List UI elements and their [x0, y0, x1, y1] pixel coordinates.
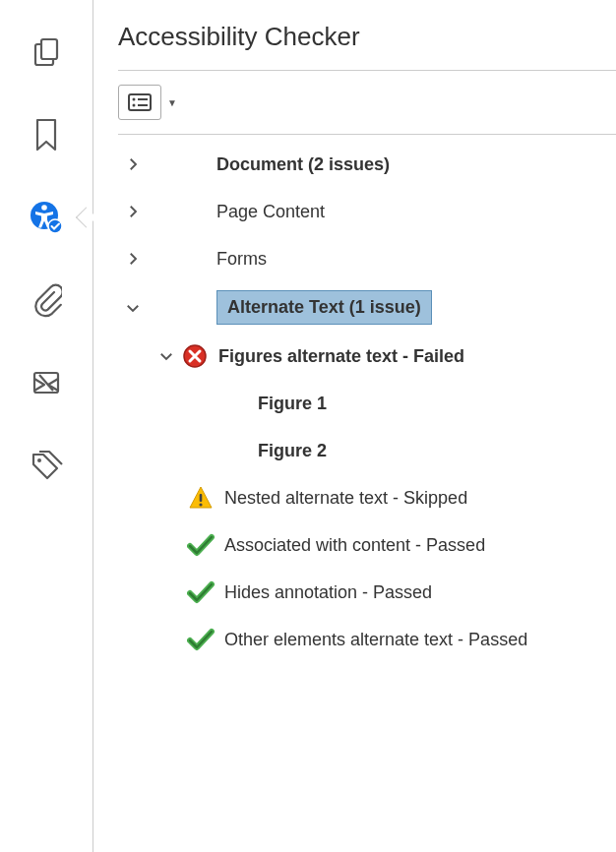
tree-label: Forms [216, 249, 267, 270]
tree-row-page-content[interactable]: Page Content [118, 188, 616, 235]
bookmark-icon[interactable] [29, 117, 64, 152]
tree-label: Other elements alternate text - Passed [224, 630, 527, 650]
svg-point-5 [37, 458, 41, 462]
svg-point-2 [41, 205, 47, 211]
tree-label: Figure 1 [258, 394, 327, 414]
tree-label: Hides annotation - Passed [224, 582, 432, 603]
accessibility-icon[interactable] [29, 200, 64, 235]
tree-label: Page Content [216, 202, 325, 222]
chevron-right-icon[interactable] [118, 203, 148, 220]
passed-icon [187, 626, 215, 653]
navigation-sidebar [0, 0, 93, 852]
dropdown-caret-icon[interactable]: ▼ [167, 97, 177, 108]
tree-label: Associated with content - Passed [224, 535, 485, 556]
svg-point-7 [133, 98, 136, 101]
chevron-right-icon[interactable] [118, 155, 148, 173]
options-button[interactable] [118, 85, 161, 120]
tree-row-associated-passed[interactable]: Associated with content - Passed [118, 521, 616, 569]
svg-point-13 [199, 503, 202, 506]
passed-icon [187, 578, 215, 606]
svg-point-3 [48, 219, 62, 233]
chevron-down-icon[interactable] [118, 299, 148, 317]
tree-row-hides-passed[interactable]: Hides annotation - Passed [118, 569, 616, 616]
tree-row-figures-failed[interactable]: Figures alternate text - Failed [118, 333, 616, 380]
tree-row-document[interactable]: Document (2 issues) [118, 141, 616, 188]
svg-rect-12 [200, 494, 203, 502]
svg-rect-6 [129, 94, 151, 110]
tree-label: Figures alternate text - Failed [218, 346, 464, 367]
signature-icon[interactable] [29, 365, 64, 400]
svg-point-9 [133, 104, 136, 107]
svg-rect-0 [41, 39, 57, 59]
tree-row-forms[interactable]: Forms [118, 235, 616, 282]
results-tree: Document (2 issues) Page Content Forms A… [118, 135, 616, 663]
failed-icon [181, 342, 209, 370]
tags-icon[interactable] [29, 448, 64, 483]
tree-row-figure-2[interactable]: Figure 2 [118, 427, 616, 474]
pages-icon[interactable] [29, 34, 64, 70]
tree-row-alternate-text[interactable]: Alternate Text (1 issue) [118, 282, 616, 333]
tree-label: Figure 2 [258, 441, 327, 461]
passed-icon [187, 531, 215, 559]
panel-title: Accessibility Checker [118, 22, 616, 52]
warning-icon [187, 484, 215, 512]
tree-row-other-passed[interactable]: Other elements alternate text - Passed [118, 616, 616, 663]
tree-row-figure-1[interactable]: Figure 1 [118, 380, 616, 427]
tree-label: Document (2 issues) [216, 154, 390, 175]
panel-toolbar: ▼ [118, 71, 616, 134]
tree-label: Alternate Text (1 issue) [216, 290, 432, 325]
attachment-icon[interactable] [29, 282, 64, 318]
tree-row-nested-skipped[interactable]: Nested alternate text - Skipped [118, 474, 616, 521]
accessibility-panel: Accessibility Checker ▼ Document (2 issu… [93, 0, 616, 852]
chevron-right-icon[interactable] [118, 250, 148, 268]
tree-label: Nested alternate text - Skipped [224, 488, 467, 509]
chevron-down-icon[interactable] [152, 347, 181, 365]
